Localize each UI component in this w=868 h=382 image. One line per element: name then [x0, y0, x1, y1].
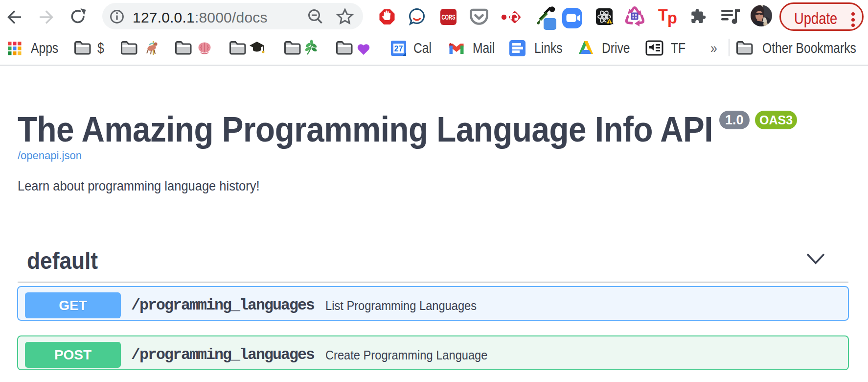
svg-text:p: p [667, 9, 677, 27]
svg-text:CORS: CORS [442, 13, 456, 21]
svg-text:!: ! [609, 19, 610, 24]
svg-text:27: 27 [394, 45, 403, 53]
svg-text:T: T [658, 6, 668, 24]
